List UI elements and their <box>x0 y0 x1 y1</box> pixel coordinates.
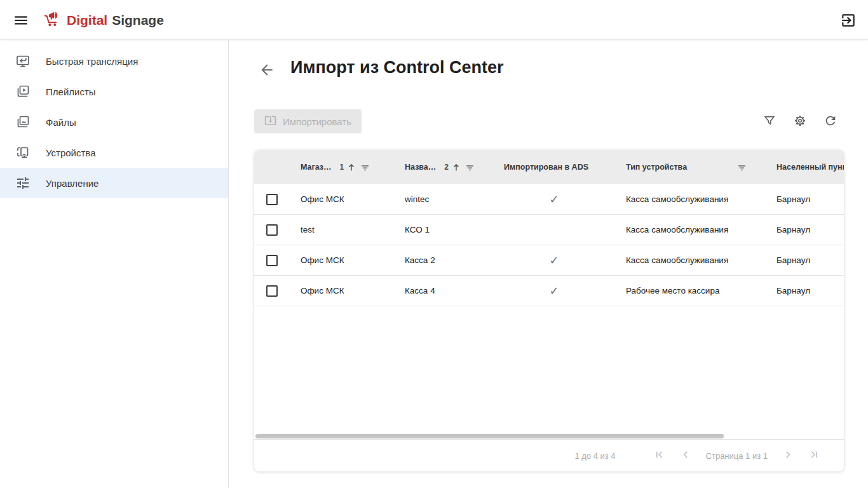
column-header-device-type[interactable]: Тип устройства <box>615 150 766 184</box>
import-button-label: Импортировать <box>283 116 351 127</box>
hamburger-icon <box>13 21 29 30</box>
refresh-icon <box>824 120 837 130</box>
imported-check-icon: ✓ <box>549 193 559 206</box>
sidebar: Быстрая трансляция Плейлисты Файлы <box>0 40 229 488</box>
pagination-bar: 1 до 4 из 4 Страница 1 из 1 <box>254 439 844 471</box>
sidebar-item-quick-broadcast[interactable]: Быстрая трансляция <box>0 46 228 76</box>
sidebar-item-management[interactable]: Управление <box>0 168 228 198</box>
topbar: Digital Signage <box>0 0 868 40</box>
back-button[interactable] <box>259 62 275 78</box>
cell-city: Барнаул <box>766 286 844 295</box>
cell-device-type: Касса самообслуживания <box>615 194 766 204</box>
quick-broadcast-icon <box>15 53 31 69</box>
sidebar-item-files[interactable]: Файлы <box>0 107 228 137</box>
table-row: Офис МСК wintec ✓ Касса самообслуживания… <box>254 184 844 215</box>
sidebar-item-label: Плейлисты <box>46 86 96 97</box>
horizontal-scrollbar-thumb[interactable] <box>255 434 724 438</box>
column-label: Импортирован в ADS <box>504 163 588 172</box>
chevron-left-icon <box>681 449 691 462</box>
imported-check-icon: ✓ <box>549 254 559 267</box>
menu-button[interactable] <box>13 12 29 29</box>
cell-store: Офис МСК <box>290 194 394 204</box>
column-label: Тип устройства <box>626 163 687 172</box>
devices-table-card: Магаз… 1 Назва… 2 Импорт <box>254 150 844 471</box>
row-checkbox[interactable] <box>266 224 278 236</box>
gear-icon <box>793 120 807 130</box>
playlists-icon <box>15 84 31 99</box>
first-page-button[interactable] <box>654 450 665 461</box>
cell-device-type: Рабочее место кассира <box>615 286 766 295</box>
sort-asc-icon <box>347 163 356 172</box>
cell-store: test <box>290 225 394 234</box>
arrow-back-icon <box>259 71 275 80</box>
last-page-icon <box>809 449 820 462</box>
column-label: Назва… <box>405 163 436 172</box>
cell-store: Офис МСК <box>290 286 394 295</box>
sidebar-item-playlists[interactable]: Плейлисты <box>0 76 228 107</box>
cell-city: Барнаул <box>766 194 844 204</box>
column-label: Населенный пункт <box>776 163 844 172</box>
sidebar-item-label: Быстрая трансляция <box>46 56 138 67</box>
refresh-button[interactable] <box>824 114 837 128</box>
column-filter-icon[interactable] <box>361 163 369 172</box>
pagination-page-label: Страница 1 из 1 <box>706 451 768 461</box>
filter-button[interactable] <box>763 114 776 128</box>
sidebar-item-label: Файлы <box>46 117 76 128</box>
header-checkbox-cell <box>254 150 290 184</box>
exit-to-app-icon <box>840 21 857 30</box>
column-header-name[interactable]: Назва… 2 <box>394 150 493 184</box>
horizontal-scrollbar[interactable] <box>254 433 844 439</box>
cart-megaphone-logo-icon <box>43 10 62 31</box>
sidebar-item-label: Управление <box>46 178 98 189</box>
logout-button[interactable] <box>840 12 857 29</box>
brand-digital: Digital <box>67 13 107 28</box>
cell-store: Офис МСК <box>290 255 394 265</box>
table-header-row: Магаз… 1 Назва… 2 Импорт <box>254 150 844 184</box>
sort-order-badge: 1 <box>340 163 344 172</box>
pagination-range: 1 до 4 из 4 <box>574 451 615 461</box>
table-row: Офис МСК Касса 2 ✓ Касса самообслуживани… <box>254 245 844 276</box>
cell-name: wintec <box>394 194 493 204</box>
last-page-button[interactable] <box>808 450 820 461</box>
app-logo: Digital Signage <box>43 0 164 40</box>
column-header-city[interactable]: Населенный пункт <box>766 150 844 184</box>
devices-icon <box>15 145 31 160</box>
imported-check-icon: ✓ <box>549 284 559 297</box>
sort-order-badge: 2 <box>444 163 449 172</box>
import-button[interactable]: Импортировать <box>254 109 362 133</box>
table-row: Офис МСК Касса 4 ✓ Рабочее место кассира… <box>254 276 844 306</box>
settings-button[interactable] <box>793 114 807 128</box>
cell-name: КСО 1 <box>394 225 493 234</box>
chevron-right-icon <box>782 449 793 462</box>
row-checkbox[interactable] <box>266 285 278 297</box>
column-filter-icon[interactable] <box>466 163 474 172</box>
management-icon <box>15 175 31 191</box>
table-body: Офис МСК wintec ✓ Касса самообслуживания… <box>254 184 844 306</box>
cell-name: Касса 4 <box>394 286 493 295</box>
cell-name: Касса 2 <box>394 255 493 265</box>
cell-device-type: Касса самообслуживания <box>615 225 766 234</box>
column-label: Магаз… <box>301 163 332 172</box>
sort-asc-icon <box>452 163 461 172</box>
filter-icon <box>763 120 776 130</box>
import-download-icon <box>264 114 276 128</box>
table-row: test КСО 1 Касса самообслуживания Барнау… <box>254 215 844 245</box>
files-icon <box>15 114 31 130</box>
first-page-icon <box>654 449 665 462</box>
brand-signage: Signage <box>112 13 164 28</box>
page-title: Импорт из Control Center <box>290 58 504 78</box>
column-header-store[interactable]: Магаз… 1 <box>290 150 394 184</box>
main-content: Импорт из Control Center Импортировать <box>229 40 868 488</box>
sidebar-item-label: Устройства <box>46 147 95 158</box>
cell-device-type: Касса самообслуживания <box>615 255 766 265</box>
cell-city: Барнаул <box>766 255 844 265</box>
row-checkbox[interactable] <box>266 194 278 205</box>
row-checkbox[interactable] <box>266 255 278 266</box>
sidebar-item-devices[interactable]: Устройства <box>0 137 228 168</box>
cell-city: Барнаул <box>766 225 844 234</box>
column-filter-icon[interactable] <box>738 163 746 172</box>
next-page-button[interactable] <box>782 450 793 461</box>
previous-page-button[interactable] <box>681 450 692 461</box>
column-header-imported[interactable]: Импортирован в ADS <box>493 150 615 184</box>
